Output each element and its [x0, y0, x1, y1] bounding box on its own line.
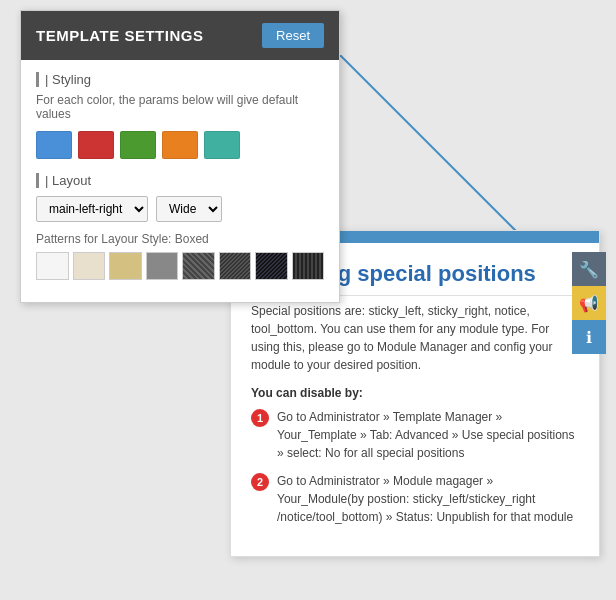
color-swatch-green[interactable] — [120, 131, 156, 159]
layout-section: | Layout main-left-right Wide Patterns f… — [36, 173, 324, 280]
template-settings-panel: TEMPLATE SETTINGS Reset | Styling For ea… — [20, 10, 340, 303]
instruction-number-1: 1 — [251, 409, 269, 427]
color-swatch-teal[interactable] — [204, 131, 240, 159]
pattern-swatch-1[interactable] — [36, 252, 69, 280]
pattern-swatch-2[interactable] — [73, 252, 106, 280]
pattern-swatch-6[interactable] — [219, 252, 252, 280]
special-positions-desc: Special positions are: sticky_left, stic… — [251, 302, 579, 374]
instruction-item-2: 2 Go to Administrator » Module magager »… — [251, 472, 579, 526]
styling-desc: For each color, the params below will gi… — [36, 93, 324, 121]
instruction-number-2: 2 — [251, 473, 269, 491]
color-swatches — [36, 131, 324, 159]
layout-select-width[interactable]: Wide — [156, 196, 222, 222]
pattern-swatch-4[interactable] — [146, 252, 179, 280]
pattern-swatches — [36, 252, 324, 280]
wrench-button[interactable]: 🔧 — [572, 252, 606, 286]
layout-select-type[interactable]: main-left-right — [36, 196, 148, 222]
wrench-icon: 🔧 — [579, 260, 599, 279]
instruction-text-1: Go to Administrator » Template Manager »… — [277, 408, 579, 462]
layout-label: | Layout — [36, 173, 324, 188]
pattern-swatch-5[interactable] — [182, 252, 215, 280]
pattern-swatch-3[interactable] — [109, 252, 142, 280]
color-swatch-blue[interactable] — [36, 131, 72, 159]
disable-label: You can disable by: — [251, 386, 579, 400]
styling-label: | Styling — [36, 72, 324, 87]
svg-line-0 — [340, 55, 520, 235]
patterns-label: Patterns for Layour Style: Boxed — [36, 232, 324, 246]
megaphone-button[interactable]: 📢 — [572, 286, 606, 320]
megaphone-icon: 📢 — [579, 294, 599, 313]
panel-title: TEMPLATE SETTINGS — [36, 27, 203, 44]
side-toolbar: 🔧 📢 ℹ — [572, 252, 606, 354]
reset-button[interactable]: Reset — [262, 23, 324, 48]
info-icon: ℹ — [586, 328, 592, 347]
info-button[interactable]: ℹ — [572, 320, 606, 354]
color-swatch-red[interactable] — [78, 131, 114, 159]
pattern-swatch-8[interactable] — [292, 252, 325, 280]
layout-selects: main-left-right Wide — [36, 196, 324, 222]
instruction-text-2: Go to Administrator » Module magager » Y… — [277, 472, 579, 526]
panel-body: | Styling For each color, the params bel… — [21, 60, 339, 302]
pattern-swatch-7[interactable] — [255, 252, 288, 280]
color-swatch-orange[interactable] — [162, 131, 198, 159]
panel-header: TEMPLATE SETTINGS Reset — [21, 11, 339, 60]
instruction-item-1: 1 Go to Administrator » Template Manager… — [251, 408, 579, 462]
